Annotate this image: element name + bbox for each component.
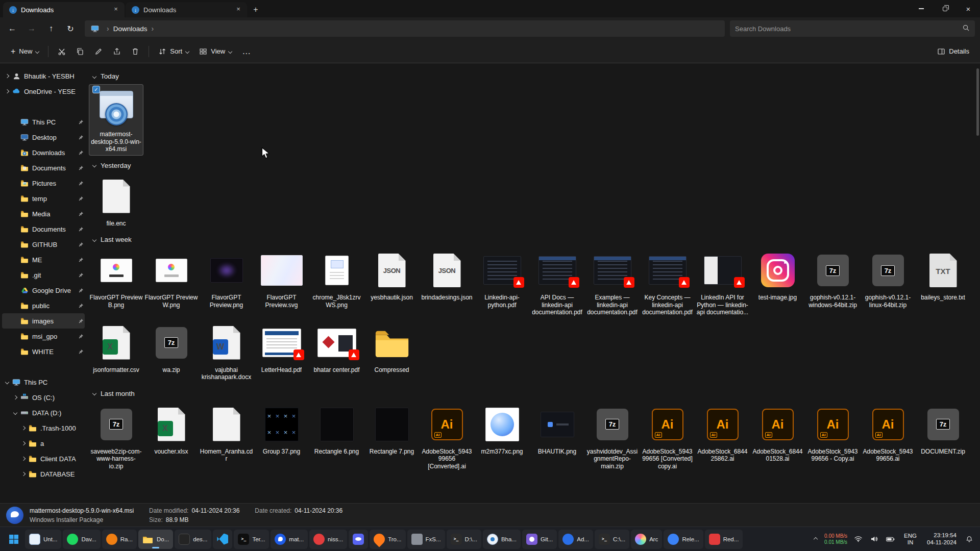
minimize-button[interactable] [910,0,933,17]
file-tile-file-enc[interactable]: file.enc [89,173,143,230]
tab-downloads-2[interactable]: ↓ Downloads × [126,2,247,17]
wifi-icon[interactable] [851,530,865,548]
search-box[interactable] [730,20,975,37]
taskbar-item-bha[interactable]: Bha... [483,530,521,549]
sidebar-item-this-pc[interactable]: This PC [2,374,85,390]
close-button[interactable]: × [957,0,980,17]
file-tile-flavorgpt-preview-b-png[interactable]: FlavorGPT Preview B.png [89,247,143,311]
taskbar-item-niss[interactable]: niss... [309,530,347,549]
file-tile-compressed[interactable]: Compressed [364,320,419,377]
file-tile-yashvidotdev-assignmentrepo-main-zip[interactable]: 7z yashvidotdev_AssignmentRepo-main.zip [585,402,640,473]
more-options-button[interactable]: … [237,43,255,60]
sidebar-item-onedrive-yese[interactable]: OneDrive - YESE [2,84,85,99]
sidebar-item-trash-1000[interactable]: .Trash-1000 [2,420,85,436]
file-tile-rectangle-7-png[interactable]: Rectangle 7.png [364,402,419,458]
tab-close-icon[interactable]: × [234,5,243,14]
file-tile-voucher-xlsx[interactable]: X voucher.xlsx [144,402,199,458]
file-tile-adobestock-684425862-ai[interactable]: AiAI AdobeStock_684425862.ai [695,402,750,465]
file-tile-adobestock-594399656-copy-ai[interactable]: AiAI AdobeStock_594399656 - Copy.ai [805,402,860,465]
titlebar-drag-area[interactable] [263,0,910,17]
sidebar-item-msi-gpo[interactable]: msi_gpo [2,329,85,344]
taskbar-item-rele[interactable]: Rele... [664,530,703,549]
chevron-right-icon[interactable] [11,396,19,399]
group-header-today[interactable]: Today [93,72,975,80]
file-tile-gophish-v0-12-1-windows-64bit-zip[interactable]: 7z gophish-v0.12.1-windows-64bit.zip [805,247,860,311]
network-speed-indicator[interactable]: 0.00 MB/s 0.01 MB/s [822,533,849,545]
vertical-scrollbar[interactable] [976,68,979,136]
file-tile-rectangle-6-png[interactable]: Rectangle 6.png [309,402,364,458]
file-tile-flavorgpt-preview-png[interactable]: FlavorGPT Preview.png [199,247,254,311]
taskbar-item-dav[interactable]: Dav... [63,530,100,549]
taskbar-item-fxs[interactable]: FxS... [407,530,445,549]
taskbar-item-ad[interactable]: Ad... [558,530,593,549]
taskbar-item-unt[interactable]: Unt... [25,530,61,549]
new-button[interactable]: + New [6,43,43,60]
start-button[interactable] [4,530,23,549]
details-pane-button[interactable]: Details [933,43,974,60]
file-tile-test-image-jpg[interactable]: test-image.jpg [750,247,805,304]
sidebar-item-documents[interactable]: Documents [2,160,85,176]
taskbar-item-d[interactable]: >_D:\... [447,530,481,549]
taskbar-item-arc[interactable]: Arc [631,530,662,549]
sidebar-item-downloads[interactable]: Downloads [2,145,85,160]
chevron-right-icon[interactable] [19,457,28,460]
sidebar-item-documents[interactable]: Documents [2,221,85,237]
refresh-button[interactable]: ↻ [61,20,80,37]
sidebar-item-temp[interactable]: temp [2,191,85,206]
sidebar-item-pictures[interactable]: Pictures [2,176,85,191]
up-button[interactable]: ↑ [42,20,60,37]
new-tab-button[interactable]: + [248,3,263,17]
sidebar-item-git[interactable]: .git [2,267,85,283]
file-tile-linkedin-api-for-python-linkedin-api-documentatio[interactable]: LinkedIn API for Python — linkedin-api d… [695,247,750,319]
file-tile-flavorgpt-preview-w-png[interactable]: FlavorGPT Preview W.png [144,247,199,311]
sidebar-item-google-drive[interactable]: Google Drive [2,283,85,298]
sidebar-item-client-data[interactable]: Client DATA [2,451,85,466]
file-tile-linkedin-api-python-pdf[interactable]: Linkedin-api-python.pdf [475,247,529,311]
file-tile-chrome-j8sk1zrvws-png[interactable]: chrome_J8sk1zrvWS.png [309,247,364,311]
file-tile-yesbhautik-json[interactable]: JSON yesbhautik.json [364,247,419,304]
file-tile-flavorgpt-preview-svg[interactable]: FlavorGPT Preview.svg [254,247,309,311]
file-tile-letterhead-pdf[interactable]: LetterHead.pdf [254,320,309,377]
file-tile-wa-zip[interactable]: 7z wa.zip [144,320,199,377]
file-tile-homem-aranha-cdr[interactable]: Homem_Aranha.cdr [199,402,254,465]
tab-downloads-1[interactable]: ↓ Downloads × [3,2,125,17]
file-tile-document-zip[interactable]: 7z DOCUMENT.zip [916,402,970,458]
taskbar-item-discord[interactable] [349,530,368,549]
sidebar-item-desktop[interactable]: Desktop [2,130,85,145]
file-tile-examples-linkedin-api-documentation-pdf[interactable]: Examples — linkedin-api documentation.pd… [585,247,640,319]
notification-bell-icon[interactable] [963,530,976,548]
file-tile-key-concepts-linkedin-api-documentation-pdf[interactable]: Key Concepts — linkedin-api documentatio… [640,247,695,319]
sidebar-item-os-c[interactable]: OS (C:) [2,390,85,405]
sidebar-item-data-d[interactable]: DATA (D:) [2,405,85,420]
file-tile-baileys-store-txt[interactable]: TXT baileys_store.txt [916,247,970,304]
forward-button[interactable]: → [22,20,41,37]
hidden-icons-button[interactable] [811,530,820,548]
taskbar-item-git[interactable]: Git... [522,530,557,549]
chevron-right-icon[interactable] [19,427,28,430]
tab-close-icon[interactable]: × [111,5,120,14]
copy-button[interactable] [71,43,89,60]
file-tile-group-37-png[interactable]: ×××××××× Group 37.png [254,402,309,458]
sidebar-item-public[interactable]: public [2,298,85,313]
chevron-down-icon[interactable] [3,381,11,384]
taskbar-item-ra[interactable]: Ra... [102,530,137,549]
file-tile-adobestock-684401528-ai[interactable]: AiAI AdobeStock_684401528.ai [750,402,805,465]
sidebar-item-this-pc[interactable]: This PC [2,114,85,130]
sidebar-item-white[interactable]: WHITE [2,344,85,359]
breadcrumb[interactable]: Downloads [113,25,148,33]
taskbar-item-do[interactable]: Do... [138,530,173,549]
file-tile-adobestock-594399656-converted-copy-ai[interactable]: AiAI AdobeStock_594399656 [Converted] co… [640,402,695,473]
file-tile-bhatar-center-pdf[interactable]: bhatar center.pdf [309,320,364,377]
file-tile-adobestock-594399656-ai[interactable]: AiAI AdobeStock_594399656.ai [861,402,915,465]
cut-button[interactable] [53,43,70,60]
checkbox-checked-icon[interactable]: ✓ [92,86,100,93]
chevron-right-icon[interactable] [19,442,28,445]
address-bar[interactable]: › Downloads › [85,20,725,37]
file-tile-saveweb2zip-com-www-harness-io-zip[interactable]: 7z saveweb2zip-com-www-harness-io.zip [89,402,143,473]
taskbar-item-vscode[interactable] [213,530,232,549]
taskbar-item-red[interactable]: Red... [705,530,743,549]
chevron-right-icon[interactable] [3,74,11,78]
sidebar-item-a[interactable]: a [2,436,85,451]
sidebar-item-me[interactable]: ME [2,252,85,267]
taskbar-item-tro[interactable]: Tro... [370,530,405,549]
